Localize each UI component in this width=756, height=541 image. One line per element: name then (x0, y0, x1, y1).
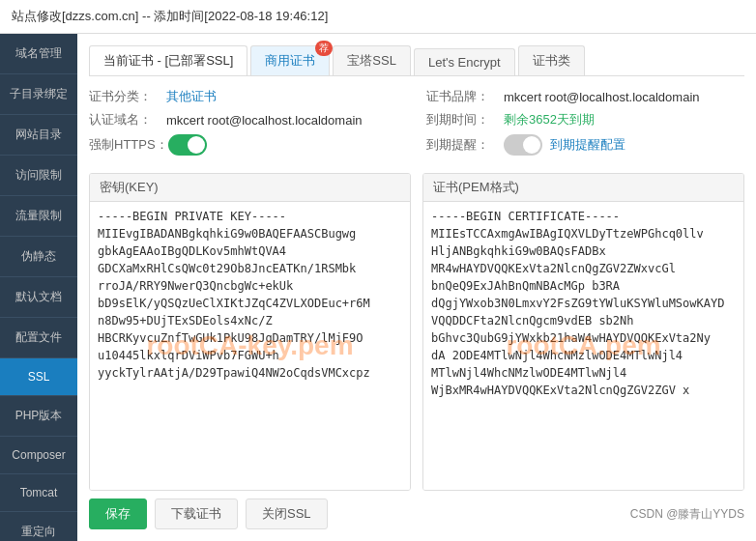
cert-reminder-link[interactable]: 到期提醒配置 (550, 136, 625, 154)
tab-certtype[interactable]: 证书类 (518, 45, 585, 75)
cert-https-label: 强制HTTPS： (89, 136, 168, 154)
key-line: -----BEGIN PRIVATE KEY----- (98, 208, 402, 225)
cert-brand-value: mkcert root@localhost.localdomain (504, 90, 700, 104)
cert-domain-row: 认证域名： mkcert root@localhost.localdomain (89, 111, 407, 128)
key-line: yyckTylrAAtjA/D29TpawiQ4NW2oCqdsVMCxcpz (98, 364, 402, 382)
key-line: HBCRKyvcuZnfTwGUk1PkU98JgDamTRY/lMjF9O (98, 329, 402, 347)
key-line: GDCXaMxRHlCsQWc0t29Ob8JncEATKn/1RSMbk (98, 260, 402, 277)
sidebar-item-subdir[interactable]: 子目录绑定 (0, 74, 77, 115)
sidebar-item-redirect[interactable]: 重定向 (0, 512, 77, 541)
tab-commercial[interactable]: 商用证书荐 (250, 45, 330, 75)
key-line: u10445lkxlqrDViWPvb7FGWU+h (98, 347, 402, 364)
save-button[interactable]: 保存 (89, 498, 147, 529)
cert-box-content[interactable]: rootCA.pem -----BEGIN CERTIFICATE-----MI… (423, 202, 743, 490)
cert-expiry-row: 到期时间： 剩余3652天到期 (426, 111, 744, 128)
sidebar-item-tomcat[interactable]: Tomcat (0, 474, 77, 512)
key-line: gbkAgEAAoIBgQDLKov5mhWtQVA4 (98, 242, 402, 260)
reminder-toggle[interactable] (504, 134, 542, 156)
sidebar-item-ssl[interactable]: SSL (0, 358, 77, 396)
key-cert-row: 密钥(KEY) rootCA-key.pem -----BEGIN PRIVAT… (89, 173, 744, 491)
sidebar: 域名管理子目录绑定网站目录访问限制流量限制伪静态默认文档配置文件SSLPHP版本… (0, 34, 77, 541)
cert-https-row: 强制HTTPS： (89, 134, 407, 156)
bottom-watermark: CSDN @滕青山YYDS (630, 506, 744, 523)
sidebar-item-domain[interactable]: 域名管理 (0, 34, 77, 74)
cert-line: MTlwNjl4WhcNMzlwODE4MTlwNjl4 (431, 364, 736, 382)
cert-line: WjBxMR4wHAYDVQQKExVta2NlcnQgZGV2ZGV x (431, 382, 736, 399)
sidebar-item-static[interactable]: 伪静态 (0, 237, 77, 277)
cert-box: 证书(PEM格式) rootCA.pem -----BEGIN CERTIFIC… (422, 173, 744, 491)
download-button[interactable]: 下载证书 (155, 498, 238, 529)
cert-type-label: 证书分类： (89, 88, 166, 105)
title-text: 站点修改[dzzs.com.cn] -- 添加时间[2022-08-18 19:… (12, 9, 328, 23)
cert-line: -----BEGIN CERTIFICATE----- (431, 208, 736, 225)
cert-type-row: 证书分类： 其他证书 (89, 88, 407, 105)
cert-reminder-label: 到期提醒： (426, 136, 504, 154)
bottom-buttons: 保存 下载证书 关闭SSL CSDN @滕青山YYDS (89, 491, 744, 529)
cert-info: 证书分类： 其他证书 认证域名： mkcert root@localhost.l… (89, 88, 744, 161)
key-line: bD9sElK/yQSQzUeClXIKtJZqC4ZVLXODEuc+r6M (98, 295, 402, 312)
cert-line: dQgjYWxob3N0LmxvY2FsZG9tYWluKSYWluMSowKA… (431, 295, 736, 312)
cert-type-value: 其他证书 (166, 88, 217, 105)
cert-info-right: 证书品牌： mkcert root@localhost.localdomain … (426, 88, 744, 161)
key-line: n8Dw95+DUjTExSDEols4xNc/Z (98, 312, 402, 329)
cert-line: MR4wHAYDVQQKExVta2NlcnQgZGV2ZWxvcGl (431, 260, 736, 277)
sidebar-item-flow[interactable]: 流量限制 (0, 196, 77, 237)
cert-line: dA 2ODE4MTlwNjl4WhcNMzlwODE4MTlwNjl4 (431, 347, 736, 364)
cert-line: MIIEsTCCAxmgAwIBAgIQXVLDyTtzeWPGhcq0llv (431, 225, 736, 242)
sidebar-item-access[interactable]: 访问限制 (0, 156, 77, 196)
title-bar: 站点修改[dzzs.com.cn] -- 添加时间[2022-08-18 19:… (0, 0, 756, 34)
tab-baota[interactable]: 宝塔SSL (333, 45, 411, 75)
cert-line: bnQeQ9ExJAhBnQmNBAcMGp b3RA (431, 277, 736, 295)
cert-expiry-value: 剩余3652天到期 (504, 111, 595, 128)
cert-reminder-row: 到期提醒： 到期提醒配置 (426, 134, 744, 156)
tab-badge-commercial: 荐 (315, 41, 333, 56)
bottom-buttons-left: 保存 下载证书 关闭SSL (89, 498, 328, 529)
cert-expiry-label: 到期时间： (426, 111, 504, 128)
tab-current[interactable]: 当前证书 - [已部署SSL] (89, 45, 247, 75)
sidebar-item-config[interactable]: 配置文件 (0, 318, 77, 358)
cert-line: HljANBgkqhkiG9w0BAQsFADBx (431, 242, 736, 260)
sidebar-item-default[interactable]: 默认文档 (0, 277, 77, 318)
sidebar-item-composer[interactable]: Composer (0, 437, 77, 474)
https-toggle[interactable] (168, 134, 207, 156)
cert-line: bGhvc3QubG9jYWxkb21haW4wHAYDVQQKExVta2Ny (431, 329, 736, 347)
cert-line: VQQDDCFta2NlcnQgcm9vdEB sb2Nh (431, 312, 736, 329)
key-line: MIIEvgIBADANBgkqhkiG9w0BAQEFAASCBugwg (98, 225, 402, 242)
cert-info-left: 证书分类： 其他证书 认证域名： mkcert root@localhost.l… (89, 88, 407, 161)
cert-box-header: 证书(PEM格式) (423, 174, 743, 202)
main-layout: 域名管理子目录绑定网站目录访问限制流量限制伪静态默认文档配置文件SSLPHP版本… (0, 34, 756, 541)
cert-domain-label: 认证域名： (89, 111, 166, 128)
key-line: rroJA/RRY9NwerQ3QncbgWc+ekUk (98, 277, 402, 295)
cert-brand-label: 证书品牌： (426, 88, 504, 105)
tab-letsencrypt[interactable]: Let's Encrypt (414, 48, 515, 75)
sidebar-item-webdir[interactable]: 网站目录 (0, 115, 77, 156)
close-ssl-button[interactable]: 关闭SSL (246, 498, 328, 529)
content-area: 当前证书 - [已部署SSL]商用证书荐宝塔SSLLet's Encrypt证书… (77, 34, 756, 541)
key-box: 密钥(KEY) rootCA-key.pem -----BEGIN PRIVAT… (89, 173, 411, 491)
key-box-header: 密钥(KEY) (90, 174, 410, 202)
sidebar-item-php[interactable]: PHP版本 (0, 396, 77, 437)
tabs-bar: 当前证书 - [已部署SSL]商用证书荐宝塔SSLLet's Encrypt证书… (89, 45, 744, 76)
cert-brand-row: 证书品牌： mkcert root@localhost.localdomain (426, 88, 744, 105)
key-box-content[interactable]: rootCA-key.pem -----BEGIN PRIVATE KEY---… (90, 202, 410, 490)
cert-domain-value: mkcert root@localhost.localdomain (166, 113, 363, 128)
